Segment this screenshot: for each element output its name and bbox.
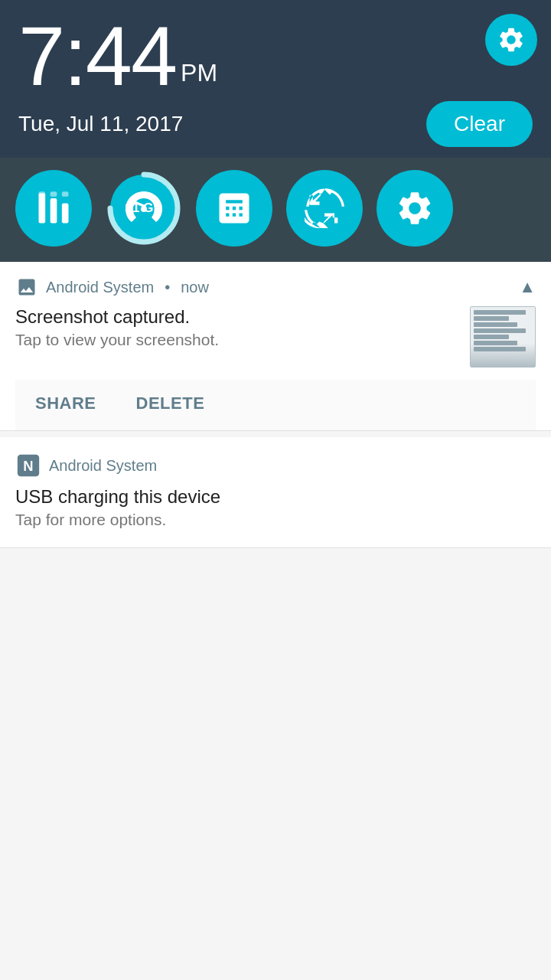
- time-display: 7:44 PM: [18, 14, 533, 98]
- settings-button[interactable]: [485, 14, 537, 66]
- usb-notification[interactable]: N Android System USB charging this devic…: [0, 437, 551, 548]
- android-system-icon: [15, 276, 38, 299]
- soundboard-icon: [34, 188, 73, 228]
- screenshot-app-name: Android System: [46, 279, 154, 296]
- notifications-area: Android System • now ▲ Screenshot captur…: [0, 262, 551, 980]
- memory-label: >1 GB: [125, 201, 163, 216]
- thumb-line-5: [474, 335, 509, 339]
- usb-notif-header: N Android System: [15, 452, 536, 479]
- notif-dot-separator: •: [165, 279, 170, 296]
- delete-button[interactable]: DELETE: [116, 384, 225, 423]
- screenshot-notif-body: Screenshot captured. Tap to view your sc…: [15, 306, 536, 368]
- calculator-tile[interactable]: [196, 170, 272, 247]
- screenshot-actions: SHARE DELETE: [15, 380, 536, 430]
- clock-ampm: PM: [181, 59, 217, 98]
- date-display: Tue, Jul 11, 2017: [18, 112, 183, 136]
- usb-icon: N: [15, 452, 41, 479]
- quick-tiles-row: >1 GB: [0, 158, 551, 262]
- soundboard-tile[interactable]: [15, 170, 92, 247]
- screenshot-title: Screenshot captured.: [15, 306, 458, 328]
- date-row: Tue, Jul 11, 2017 Clear: [18, 101, 533, 147]
- thumb-line-6: [474, 341, 517, 345]
- rotate-icon: [305, 188, 344, 228]
- svg-rect-2: [62, 204, 69, 224]
- svg-rect-1: [51, 198, 57, 224]
- calculator-icon: [214, 188, 254, 228]
- usb-app-name: Android System: [49, 457, 157, 475]
- share-button[interactable]: SHARE: [15, 384, 116, 423]
- thumb-line-7: [474, 347, 526, 351]
- svg-rect-3: [39, 191, 46, 197]
- usb-notification-desc: Tap for more options.: [15, 511, 536, 529]
- notif-screenshot-header: Android System • now ▲: [15, 276, 536, 299]
- clear-button[interactable]: Clear: [426, 101, 533, 147]
- gear-icon: [497, 25, 526, 54]
- rotate-tile[interactable]: [286, 170, 363, 247]
- thumb-line-3: [474, 322, 517, 327]
- settings-tile-icon: [395, 188, 435, 228]
- screenshot-notification[interactable]: Android System • now ▲ Screenshot captur…: [0, 262, 551, 431]
- svg-rect-5: [62, 191, 69, 197]
- thumb-line-4: [474, 328, 526, 333]
- thumbnail-preview: [471, 307, 535, 367]
- usb-notification-title: USB charging this device: [15, 486, 536, 508]
- svg-rect-0: [39, 194, 46, 224]
- thumb-line-1: [474, 310, 526, 315]
- android-n-icon: N: [15, 452, 41, 479]
- thumb-line-2: [474, 316, 509, 321]
- status-bar-header: 7:44 PM Tue, Jul 11, 2017 Clear: [0, 0, 551, 158]
- screenshot-time: now: [181, 279, 209, 296]
- svg-text:N: N: [23, 458, 33, 474]
- clock-time: 7:44: [18, 14, 176, 98]
- settings-tile[interactable]: [377, 170, 453, 247]
- image-icon: [16, 276, 37, 298]
- expand-icon[interactable]: ▲: [519, 277, 536, 297]
- memory-tile[interactable]: >1 GB: [106, 170, 182, 247]
- screenshot-thumbnail[interactable]: [470, 306, 536, 368]
- screenshot-description: Tap to view your screenshot.: [15, 331, 458, 349]
- screen: 7:44 PM Tue, Jul 11, 2017 Clear: [0, 0, 551, 980]
- svg-rect-4: [51, 191, 57, 197]
- screenshot-notif-texts: Screenshot captured. Tap to view your sc…: [15, 306, 458, 349]
